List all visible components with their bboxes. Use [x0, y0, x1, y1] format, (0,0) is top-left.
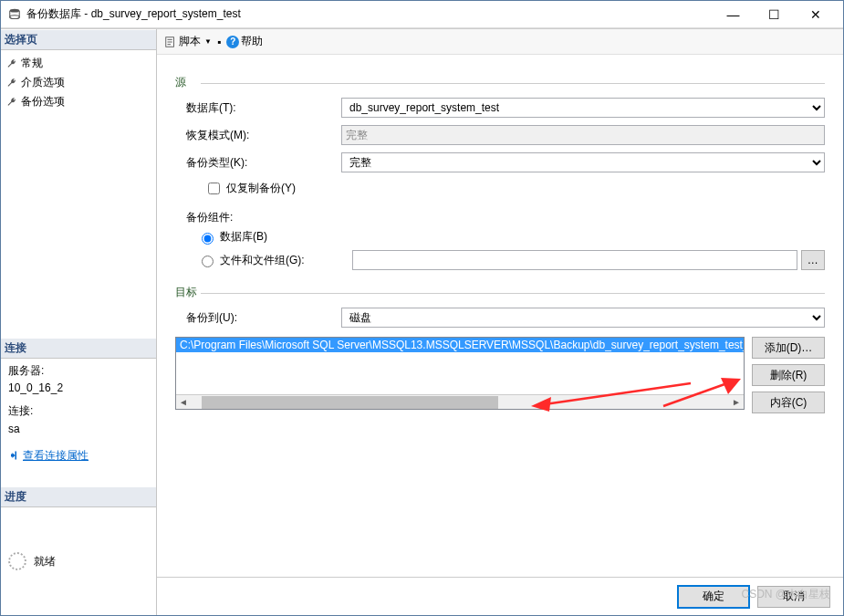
svg-point-0	[10, 8, 20, 12]
minimize-button[interactable]: —	[713, 1, 754, 27]
radio-filegroup-label: 文件和文件组(G):	[220, 253, 305, 268]
database-icon	[8, 8, 21, 21]
progress-status: 就绪	[34, 554, 56, 569]
window-controls: — ☐ ✕	[713, 1, 836, 27]
recovery-row: 恢复模式(M): 完整	[186, 125, 825, 145]
form-area: 源 数据库(T): db_survey_report_system_test 恢…	[157, 55, 843, 577]
window-title: 备份数据库 - db_survey_report_system_test	[26, 6, 713, 22]
copy-only-label: 仅复制备份(Y)	[226, 181, 296, 196]
sidebar-item-label: 常规	[21, 56, 43, 71]
scroll-right-arrow-icon[interactable]: ►	[729, 397, 744, 407]
server-label: 服务器:	[8, 362, 149, 380]
backup-component-label: 备份组件:	[186, 210, 825, 225]
radio-database-label: 数据库(B)	[220, 229, 267, 245]
page-list: 常规 介质选项 备份选项	[1, 50, 156, 338]
maximize-button[interactable]: ☐	[754, 1, 795, 27]
help-button[interactable]: ? 帮助	[226, 34, 263, 49]
wrench-icon	[6, 97, 17, 108]
left-sidebar: 选择页 常规 介质选项 备份选项 连接 服务器: 10_0_16_2	[1, 29, 156, 615]
close-button[interactable]: ✕	[795, 1, 836, 27]
destination-block: C:\Program Files\Microsoft SQL Server\MS…	[175, 337, 825, 413]
copy-only-checkbox[interactable]	[208, 183, 220, 194]
recovery-mode-field: 完整	[341, 125, 825, 145]
radio-database[interactable]	[202, 233, 214, 245]
connection-icon	[8, 450, 19, 461]
backup-type-label: 备份类型(K):	[186, 155, 341, 171]
sidebar-item-media-options[interactable]: 介质选项	[6, 73, 151, 92]
server-value: 10_0_16_2	[8, 380, 149, 397]
script-label: 脚本	[179, 34, 201, 49]
filegroup-browse-button[interactable]: …	[801, 250, 825, 270]
sidebar-item-label: 备份选项	[21, 94, 65, 110]
titlebar: 备份数据库 - db_survey_report_system_test — ☐…	[1, 1, 843, 28]
view-connection-properties-link[interactable]: 查看连接属性	[8, 447, 149, 465]
backup-to-select[interactable]: 磁盘	[341, 308, 825, 328]
sidebar-item-backup-options[interactable]: 备份选项	[6, 92, 151, 111]
toolbar-sep: ▪	[217, 36, 221, 48]
connection-label: 连接:	[8, 402, 149, 420]
source-group-title: 源	[175, 75, 825, 90]
help-label: 帮助	[241, 34, 263, 49]
radio-filegroup[interactable]	[202, 256, 214, 267]
right-pane: 脚本 ▼ ▪ ? 帮助 源 数据库(T): db_survey_report_s…	[156, 29, 843, 615]
wrench-icon	[6, 58, 17, 69]
cancel-button[interactable]: 取消	[757, 586, 830, 608]
svg-point-1	[10, 15, 20, 18]
database-row: 数据库(T): db_survey_report_system_test	[186, 98, 825, 118]
recovery-label: 恢复模式(M):	[186, 128, 341, 143]
backup-type-select[interactable]: 完整	[341, 152, 825, 172]
link-label: 查看连接属性	[23, 447, 89, 465]
ok-button[interactable]: 确定	[677, 585, 750, 609]
wrench-icon	[6, 78, 17, 89]
dialog-content: 选择页 常规 介质选项 备份选项 连接 服务器: 10_0_16_2	[1, 28, 843, 615]
radio-filegroup-row: 文件和文件组(G): …	[197, 250, 825, 270]
connection-value: sa	[8, 421, 149, 438]
backup-to-row: 备份到(U): 磁盘	[186, 308, 825, 328]
scroll-left-arrow-icon[interactable]: ◄	[176, 397, 191, 407]
toolbar: 脚本 ▼ ▪ ? 帮助	[157, 29, 843, 55]
sidebar-item-label: 介质选项	[21, 75, 65, 90]
database-select[interactable]: db_survey_report_system_test	[341, 98, 825, 118]
radio-database-row: 数据库(B)	[197, 229, 825, 245]
dialog-footer: 确定 取消 CSDN @木白星枝	[157, 577, 843, 615]
progress-spinner-icon	[8, 552, 26, 570]
copy-only-row: 仅复制备份(Y)	[204, 180, 825, 197]
backup-to-label: 备份到(U):	[186, 310, 341, 326]
destination-listbox[interactable]: C:\Program Files\Microsoft SQL Server\MS…	[175, 337, 745, 410]
dest-group-title: 目标	[175, 285, 825, 300]
destination-buttons: 添加(D)… 删除(R) 内容(C)	[752, 337, 825, 413]
connection-panel: 服务器: 10_0_16_2 连接: sa 查看连接属性	[1, 359, 156, 486]
backup-type-row: 备份类型(K): 完整	[186, 152, 825, 172]
backup-database-dialog: 备份数据库 - db_survey_report_system_test — ☐…	[0, 0, 844, 616]
destination-item[interactable]: C:\Program Files\Microsoft SQL Server\MS…	[176, 338, 744, 352]
help-icon: ?	[226, 36, 239, 48]
connection-header: 连接	[1, 338, 156, 359]
contents-button[interactable]: 内容(C)	[752, 392, 825, 413]
filegroup-field	[352, 250, 797, 270]
add-button[interactable]: 添加(D)…	[752, 337, 825, 359]
progress-header: 进度	[1, 486, 156, 507]
sidebar-item-general[interactable]: 常规	[6, 54, 151, 73]
select-page-header: 选择页	[1, 29, 156, 50]
remove-button[interactable]: 删除(R)	[752, 364, 825, 386]
database-label: 数据库(T):	[186, 100, 341, 116]
script-icon	[164, 36, 177, 48]
script-button[interactable]: 脚本 ▼	[164, 34, 212, 49]
dropdown-arrow-icon: ▼	[204, 37, 212, 46]
horizontal-scrollbar[interactable]: ◄ ►	[176, 394, 744, 409]
progress-panel: 就绪	[1, 507, 156, 615]
scrollbar-thumb[interactable]	[202, 396, 498, 409]
